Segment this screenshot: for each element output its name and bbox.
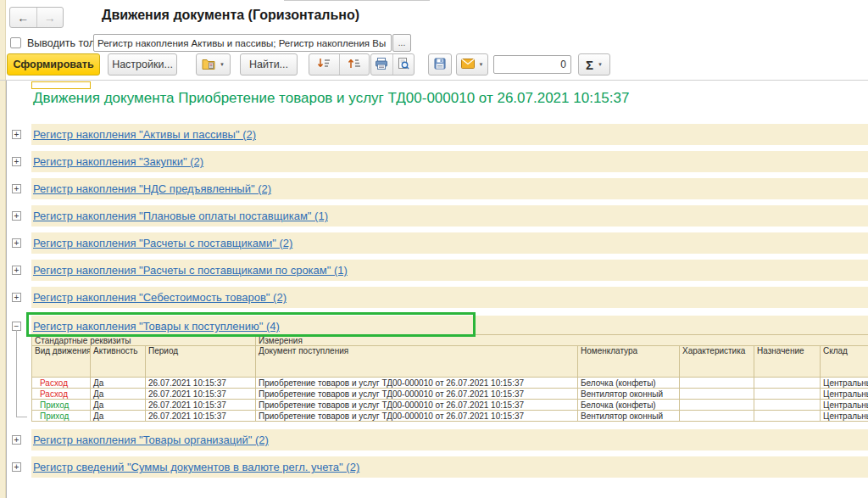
expand-toggle-icon[interactable]: +: [12, 238, 21, 248]
sigma-icon: Σ: [586, 58, 593, 72]
register-group-link[interactable]: Регистр накопления "Товары организаций" …: [33, 434, 269, 446]
register-group-link[interactable]: Регистр накопления "Активы и пассивы" (2…: [33, 128, 256, 141]
expand-toggle-icon[interactable]: +: [12, 157, 21, 166]
column-header: Документ поступления: [256, 346, 578, 378]
column-header: Номенклатура: [578, 346, 680, 378]
sort-ascending-icon: [347, 57, 362, 73]
folder-document-icon: [202, 58, 215, 72]
table-row: Приход Да 26.07.2021 10:15:37 Приобретен…: [32, 400, 868, 411]
generate-button[interactable]: Сформировать: [7, 53, 100, 76]
column-header: Активность: [91, 346, 146, 378]
register-group-row: + Регистр накопления "Себестоимость това…: [7, 287, 868, 308]
print-preview-button[interactable]: [392, 54, 415, 75]
register-group-link[interactable]: Регистр накопления "Плановые оплаты пост…: [33, 210, 328, 222]
column-header: Склад: [821, 346, 868, 378]
table-row: Расход Да 26.07.2021 10:15:37 Приобретен…: [32, 389, 868, 400]
nav-button-group: ← →: [9, 7, 64, 28]
chevron-down-icon: ▼: [479, 62, 484, 67]
send-email-button[interactable]: ▼: [456, 53, 488, 76]
register-group-row: + Регистр накопления "Активы и пассивы" …: [7, 124, 868, 145]
expand-toggle-icon[interactable]: +: [12, 293, 21, 302]
sort-descending-button[interactable]: [309, 54, 339, 75]
movement-kind: Приход: [35, 400, 69, 410]
table-row: Расход Да 26.07.2021 10:15:37 Приобретен…: [32, 378, 868, 389]
settings-button[interactable]: Настройки...: [108, 53, 177, 76]
sum-result-field[interactable]: [493, 55, 571, 74]
grouping-tree-line: [16, 330, 27, 417]
back-button[interactable]: ←: [10, 8, 37, 27]
register-records-table: Стандартные реквизиты Измерения Вид движ…: [31, 334, 868, 422]
register-group-link[interactable]: Регистр накопления "Себестоимость товаро…: [33, 291, 287, 304]
expand-toggle-icon[interactable]: +: [12, 130, 21, 139]
report-toolbar: Сформировать Настройки... ▼ Найти... ▼ Σ…: [0, 53, 868, 79]
back-arrow-icon: ←: [17, 11, 29, 25]
register-group-row: + Регистр сведений "Суммы документов в в…: [7, 456, 868, 478]
register-group-row: + Регистр накопления "Плановые оплаты по…: [7, 205, 868, 227]
column-header: Период: [146, 346, 256, 378]
report-title: Движения документа Приобретение товаров …: [33, 90, 629, 107]
register-group-link[interactable]: Регистр накопления "Расчеты с поставщика…: [33, 237, 292, 249]
register-group-row: + Регистр накопления "Закупки" (2): [7, 151, 868, 172]
preview-magnifier-icon: [397, 57, 410, 73]
column-header: Назначение: [754, 346, 821, 378]
expand-toggle-icon[interactable]: +: [12, 211, 21, 221]
floppy-disk-icon: [433, 57, 447, 73]
selected-cell-indicator: [31, 81, 91, 89]
chevron-down-icon: ▼: [598, 62, 603, 67]
sort-ascending-button[interactable]: [339, 54, 370, 75]
register-group-link[interactable]: Регистр сведений "Суммы документов в вал…: [33, 461, 359, 473]
table-row: Приход Да 26.07.2021 10:15:37 Приобретен…: [32, 411, 868, 422]
window-title: Движения документа (Горизонтально): [102, 8, 359, 23]
window-chrome-line: [284, 0, 430, 1]
column-header: Вид движения: [32, 346, 91, 378]
register-group-row: + Регистр накопления "Расчеты с поставщи…: [7, 260, 868, 281]
registers-filter-input[interactable]: [93, 34, 392, 52]
register-group-row: + Регистр накопления "Товары организаций…: [7, 429, 868, 450]
movement-kind: Расход: [35, 378, 68, 388]
expand-toggle-icon[interactable]: +: [12, 435, 21, 445]
save-button[interactable]: [428, 53, 452, 76]
forward-arrow-icon: →: [44, 11, 56, 25]
movement-kind: Приход: [35, 411, 69, 421]
expand-toggle-icon[interactable]: +: [12, 266, 21, 275]
register-group-link[interactable]: Регистр накопления "Расчеты с поставщика…: [33, 264, 348, 277]
band-header-standard: Стандартные реквизиты: [32, 335, 256, 346]
find-button[interactable]: Найти...: [240, 53, 298, 76]
column-header: Характеристика: [680, 346, 754, 378]
report-variants-button[interactable]: ▼: [196, 53, 231, 76]
register-group-row: + Регистр накопления "НДС предъявленный"…: [7, 178, 868, 199]
chevron-down-icon: ▼: [220, 62, 225, 67]
choose-registers-button[interactable]: ...: [392, 34, 411, 52]
forward-button[interactable]: →: [37, 8, 64, 27]
print-button[interactable]: [371, 54, 392, 75]
band-header-dimensions: Измерения: [256, 335, 868, 346]
sort-button-group: [309, 53, 370, 76]
print-button-group: [370, 53, 415, 76]
expand-toggle-icon[interactable]: +: [12, 462, 21, 472]
expand-toggle-icon[interactable]: +: [12, 184, 21, 193]
printer-icon: [375, 57, 388, 73]
register-group-link[interactable]: Регистр накопления "НДС предъявленный" (…: [33, 182, 271, 195]
register-group-link[interactable]: Регистр накопления "Закупки" (2): [33, 155, 203, 168]
sort-descending-icon: [316, 57, 331, 73]
report-area: Движения документа Приобретение товаров …: [6, 81, 868, 498]
document-movements-window: ← → Движения документа (Горизонтально) В…: [0, 0, 868, 498]
autosum-button[interactable]: Σ ▼: [578, 53, 610, 76]
movement-kind: Расход: [35, 389, 68, 399]
register-group-link[interactable]: Регистр накопления "Товары к поступлению…: [33, 320, 280, 333]
show-only-checkbox[interactable]: [10, 37, 21, 48]
register-group-row: + Регистр накопления "Расчеты с поставщи…: [7, 232, 868, 254]
envelope-icon: [461, 59, 475, 71]
